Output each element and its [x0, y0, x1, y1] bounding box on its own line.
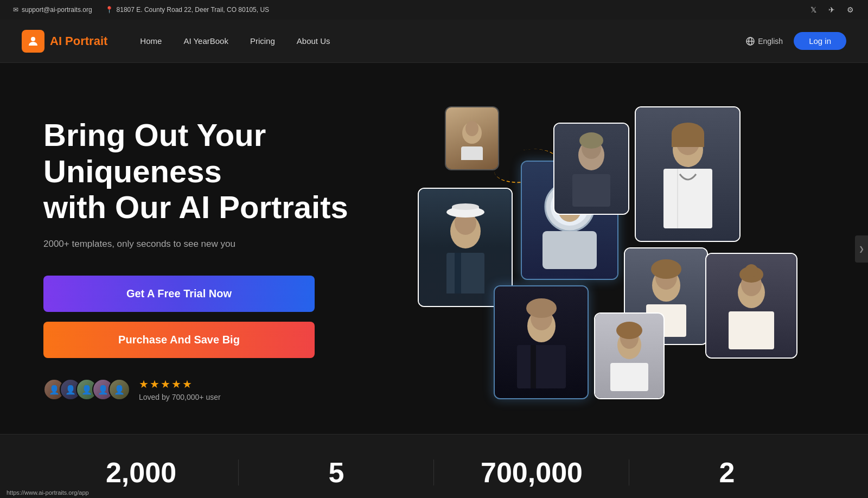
stat-templates: 2,000: [43, 456, 239, 489]
svg-rect-22: [672, 133, 704, 147]
avatar-group: 👤 👤 👤 👤 👤: [43, 379, 130, 400]
nav-home[interactable]: Home: [140, 34, 162, 48]
logo-text: AI Portrait: [50, 34, 107, 48]
free-trial-button[interactable]: Get A Free Trial Now: [43, 276, 315, 312]
svg-rect-12: [446, 253, 484, 293]
svg-rect-46: [729, 311, 774, 349]
hero-right-collage: [401, 106, 825, 399]
navbar: AI Portrait Home AI YearBook Pricing Abo…: [0, 20, 868, 63]
topbar-left: ✉ support@ai-portraits.org 📍 81807 E. Co…: [13, 6, 269, 14]
hero-title: Bring Out Your Uniqueness with Our AI Po…: [43, 117, 401, 226]
stat-fourth-number: 2: [629, 456, 825, 489]
hero-left: Bring Out Your Uniqueness with Our AI Po…: [43, 106, 401, 401]
svg-point-0: [31, 37, 35, 41]
portrait-card-doctor: [635, 106, 741, 242]
svg-rect-13: [455, 253, 461, 293]
login-button[interactable]: Log in: [794, 32, 846, 50]
stats-bar: 2,000 5 700,000 2: [0, 434, 868, 498]
avatar-5: 👤: [108, 379, 130, 400]
topbar-right: 𝕏 ✈ ⚙: [808, 5, 855, 15]
social-proof: 👤 👤 👤 👤 👤 ★★★★★ Loved by 700,000+ user: [43, 378, 401, 401]
topbar-email: ✉ support@ai-portraits.org: [13, 6, 92, 14]
svg-point-35: [526, 298, 557, 318]
svg-rect-28: [572, 174, 610, 207]
svg-rect-41: [610, 363, 648, 391]
svg-rect-37: [531, 345, 536, 388]
svg-rect-6: [461, 146, 483, 160]
topbar: ✉ support@ai-portraits.org 📍 81807 E. Co…: [0, 0, 868, 20]
svg-rect-24: [677, 169, 678, 228]
twitter-icon[interactable]: 𝕏: [808, 5, 818, 15]
portrait-card-5: [553, 123, 629, 215]
svg-rect-36: [517, 345, 566, 388]
nav-right: English Log in: [746, 32, 846, 50]
nav-about[interactable]: About Us: [297, 34, 330, 48]
stat-fourth: 2: [629, 456, 825, 489]
chevron-icon: ❯: [859, 245, 864, 253]
svg-point-45: [745, 264, 758, 277]
hero-subtitle: 2000+ templates, only seconds to see new…: [43, 239, 401, 250]
address-text: 81807 E. County Road 22, Deer Trail, CO …: [117, 6, 270, 14]
portrait-card-1: [445, 106, 499, 170]
stat-second-number: 5: [239, 456, 434, 489]
portrait-card-10: [705, 253, 797, 359]
stat-templates-number: 2,000: [43, 456, 239, 489]
email-icon: ✉: [13, 6, 18, 14]
email-text: support@ai-portraits.org: [22, 6, 92, 14]
portrait-card-bottom: [494, 285, 589, 399]
status-url: https://www.ai-portraits.org/app: [7, 489, 89, 496]
logo[interactable]: AI Portrait: [22, 30, 107, 53]
svg-point-5: [465, 121, 478, 136]
status-bar: https://www.ai-portraits.org/app: [0, 487, 95, 498]
stat-second: 5: [239, 456, 434, 489]
location-icon: 📍: [105, 6, 113, 14]
language-label: English: [758, 37, 783, 46]
svg-point-31: [651, 259, 681, 279]
portrait-card-9: [594, 312, 665, 399]
stat-users: 700,000: [434, 456, 629, 489]
svg-rect-18: [542, 231, 597, 269]
svg-point-27: [579, 132, 603, 149]
nav-ai-yearbook[interactable]: AI YearBook: [183, 34, 228, 48]
nav-pricing[interactable]: Pricing: [250, 34, 275, 48]
nav-links: Home AI YearBook Pricing About Us: [140, 34, 746, 48]
star-rating: ★★★★★: [139, 378, 221, 391]
purchase-button[interactable]: Purchase And Save Big: [43, 322, 315, 358]
loved-by-text: Loved by 700,000+ user: [139, 393, 221, 401]
language-selector[interactable]: English: [746, 37, 783, 46]
topbar-address: 📍 81807 E. County Road 22, Deer Trail, C…: [105, 6, 270, 14]
svg-rect-23: [663, 169, 712, 228]
telegram-icon[interactable]: ✈: [827, 5, 837, 15]
hero-section: Bring Out Your Uniqueness with Our AI Po…: [0, 63, 868, 434]
svg-point-40: [616, 322, 642, 339]
logo-icon: [22, 30, 44, 53]
sidebar-toggle[interactable]: ❯: [855, 235, 868, 263]
svg-point-11: [452, 203, 479, 210]
discord-icon[interactable]: ⚙: [845, 5, 855, 15]
rating-info: ★★★★★ Loved by 700,000+ user: [139, 378, 221, 401]
stat-users-number: 700,000: [434, 456, 629, 489]
